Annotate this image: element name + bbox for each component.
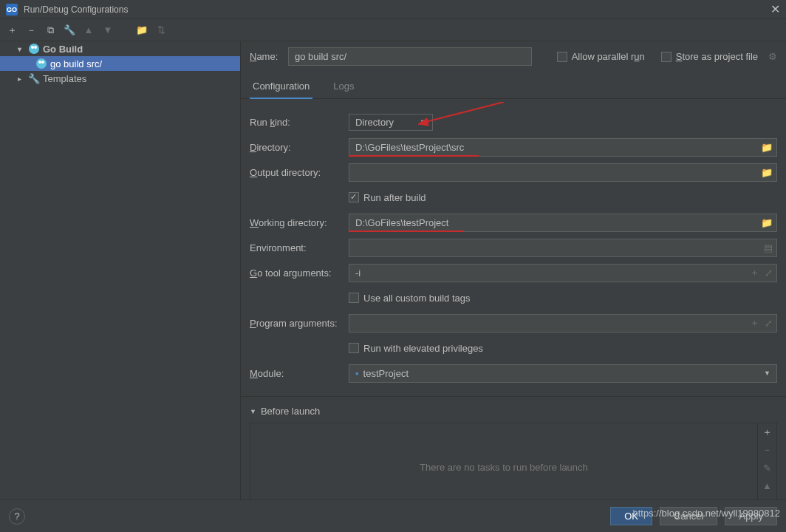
apply-button[interactable]: Apply — [725, 507, 777, 525]
tree-templates[interactable]: ▸ 🔧 Templates — [0, 71, 240, 86]
checkbox-icon — [661, 52, 671, 62]
go-tool-args-label: Go tool arguments: — [250, 267, 349, 279]
move-up-icon[interactable]: ▲ — [83, 24, 95, 36]
add-config-icon[interactable]: ＋ — [6, 24, 18, 36]
output-dir-label: Output directory: — [250, 167, 349, 178]
checkbox-icon — [349, 192, 359, 202]
tree-go-build-src[interactable]: go build src/ — [0, 56, 240, 71]
environment-label: Environment: — [250, 242, 349, 253]
bottom-bar: ? OK Cancel Apply — [0, 499, 786, 532]
toolbar: ＋ － ⧉ 🔧 ▲ ▼ 📁 ⇅ — [0, 19, 786, 41]
help-icon[interactable]: ? — [9, 508, 25, 525]
empty-text: There are no tasks to run before launch — [250, 423, 757, 499]
tab-logs[interactable]: Logs — [330, 75, 357, 98]
expand-icon: ▾ — [18, 45, 28, 53]
run-after-build-checkbox[interactable]: Run after build — [349, 192, 426, 203]
environment-input[interactable] — [349, 239, 777, 257]
before-launch-label: Before launch — [261, 406, 320, 417]
annotation-underline — [349, 231, 464, 232]
output-dir-input[interactable] — [349, 163, 777, 182]
allow-parallel-checkbox[interactable]: Allow parallel run — [557, 51, 645, 62]
wrench-icon: 🔧 — [28, 72, 40, 84]
browse-icon[interactable]: 📁 — [761, 167, 773, 178]
chevron-down-icon: ▼ — [420, 118, 426, 126]
config-tree: ▾ Go Build go build src/ ▸ 🔧 Templates — [0, 41, 241, 499]
list-icon[interactable]: ▤ — [764, 242, 773, 253]
name-label: Name: — [250, 51, 282, 62]
module-icon: ▪ — [355, 368, 359, 379]
module-label: Module: — [250, 368, 349, 379]
tree-go-build[interactable]: ▾ Go Build — [0, 41, 240, 56]
expand-icon[interactable]: ⤢ — [765, 318, 773, 329]
sort-icon[interactable]: ⇅ — [155, 24, 167, 36]
checkbox-label: Use all custom build tags — [363, 293, 471, 304]
window-title: Run/Debug Configurations — [24, 4, 770, 15]
browse-icon[interactable]: 📁 — [761, 217, 773, 228]
folder-icon[interactable]: 📁 — [136, 24, 148, 36]
name-input[interactable] — [288, 47, 532, 66]
working-dir-input[interactable] — [349, 214, 777, 232]
directory-input[interactable] — [349, 138, 777, 157]
tree-label: Templates — [43, 73, 86, 84]
elevated-checkbox[interactable]: Run with elevated privileges — [349, 343, 483, 354]
program-args-label: Program arguments: — [250, 318, 349, 329]
ok-button[interactable]: OK — [610, 507, 652, 525]
checkbox-label: Store as project file — [676, 51, 758, 62]
wrench-icon[interactable]: 🔧 — [64, 24, 75, 36]
store-project-checkbox[interactable]: Store as project file — [661, 51, 758, 62]
program-args-input[interactable] — [349, 314, 777, 332]
run-kind-dropdown[interactable]: Directory ▼ — [349, 114, 433, 131]
content-panel: Name: Allow parallel run Store as projec… — [241, 41, 786, 499]
working-dir-label: Working directory: — [250, 217, 349, 228]
go-icon — [28, 43, 40, 55]
module-dropdown[interactable]: ▪ testProject ▼ — [349, 364, 777, 383]
run-kind-label: Run kind: — [250, 117, 349, 128]
move-down-icon[interactable]: ▼ — [102, 24, 114, 36]
checkbox-label: Allow parallel run — [572, 51, 645, 62]
close-icon[interactable]: ✕ — [770, 2, 780, 16]
plus-icon[interactable]: ＋ — [750, 316, 759, 330]
custom-tags-checkbox[interactable]: Use all custom build tags — [349, 293, 471, 304]
expand-icon: ▸ — [18, 75, 28, 83]
remove-task-icon[interactable]: － — [758, 441, 776, 459]
move-up-icon[interactable]: ▲ — [758, 477, 776, 494]
plus-icon[interactable]: ＋ — [750, 266, 759, 279]
before-launch-list: There are no tasks to run before launch … — [250, 423, 777, 499]
app-icon: GO — [6, 4, 18, 16]
annotation-underline — [349, 155, 479, 157]
checkbox-icon — [349, 343, 359, 353]
go-tool-args-input[interactable] — [349, 264, 777, 282]
tree-label: Go Build — [43, 44, 83, 55]
checkbox-label: Run with elevated privileges — [363, 343, 483, 354]
move-down-icon[interactable]: ▼ — [758, 494, 776, 499]
svg-line-0 — [423, 102, 504, 123]
remove-config-icon[interactable]: － — [25, 24, 37, 36]
checkbox-icon — [349, 293, 359, 303]
directory-label: Directory: — [250, 142, 349, 153]
tab-configuration[interactable]: Configuration — [250, 75, 312, 99]
add-task-icon[interactable]: ＋ — [758, 423, 776, 441]
cancel-button[interactable]: Cancel — [660, 507, 717, 525]
checkbox-icon — [557, 52, 567, 62]
dropdown-value: Directory — [355, 117, 394, 128]
browse-icon[interactable]: 📁 — [761, 142, 773, 153]
dropdown-value: testProject — [363, 368, 409, 379]
gear-icon[interactable]: ⚙ — [768, 51, 777, 62]
titlebar: GO Run/Debug Configurations ✕ — [0, 0, 786, 19]
chevron-down-icon: ▼ — [250, 408, 256, 415]
checkbox-label: Run after build — [363, 192, 426, 203]
copy-config-icon[interactable]: ⧉ — [44, 24, 56, 36]
expand-icon[interactable]: ⤢ — [765, 267, 773, 279]
edit-task-icon[interactable]: ✎ — [758, 459, 776, 477]
chevron-down-icon: ▼ — [764, 369, 770, 377]
go-icon — [35, 58, 47, 69]
tabs: Configuration Logs — [241, 75, 786, 99]
before-launch-header[interactable]: ▼ Before launch — [250, 406, 777, 417]
tree-label: go build src/ — [50, 58, 102, 69]
